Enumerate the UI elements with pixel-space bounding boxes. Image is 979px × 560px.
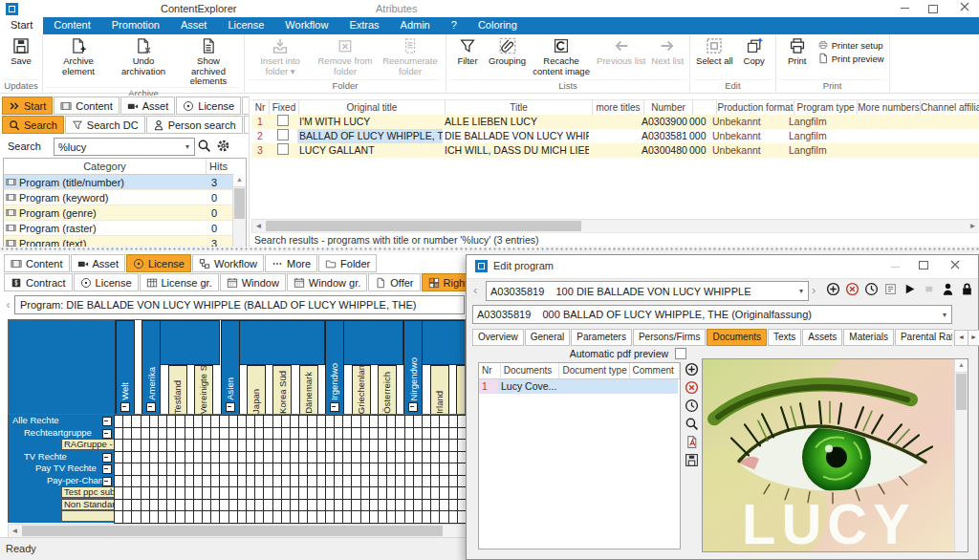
scrollbar-thumb[interactable]	[956, 374, 967, 410]
checkbox[interactable]	[277, 115, 289, 126]
ribbon-button-remove-from-folder[interactable]: Remove from folder	[313, 34, 378, 76]
matrix-column-vereinigte-s[interactable]: Vereinigte S	[194, 365, 213, 415]
matrix-row-tv-rechte[interactable]: TV Rechte	[9, 451, 115, 463]
preview-scrollbar[interactable]: ▲	[954, 359, 968, 551]
tab-scroll-right-icon[interactable]: ►	[968, 330, 979, 346]
column-header-fixed[interactable]: Fixed	[270, 100, 299, 116]
ribbon-button-reenumerate-folder[interactable]: Reenumerate folder	[378, 34, 443, 76]
search-mode-tab-search[interactable]: Search	[2, 116, 64, 134]
result-row[interactable]: 1I'M WITH LUCYALLE LIEBEN LUCYA030390020…	[251, 115, 979, 129]
clock-button[interactable]	[864, 282, 879, 296]
column-header-original-title[interactable]: Original title	[299, 100, 446, 116]
ribbon-button-print-preview[interactable]: Print preview	[816, 52, 886, 65]
tab-scroll-left-icon[interactable]: ◄	[954, 330, 968, 346]
x-circle-button[interactable]	[685, 380, 699, 395]
scroll-right-icon[interactable]: ►	[967, 220, 979, 232]
collapse-icon[interactable]	[408, 402, 418, 412]
collapse-icon[interactable]	[102, 464, 112, 474]
checkbox[interactable]	[277, 129, 289, 140]
search-panel-tab-license[interactable]: License	[176, 97, 241, 115]
license-view-tab-contract[interactable]: Contract	[4, 273, 73, 291]
plus-circle-button[interactable]	[685, 362, 699, 377]
scroll-left-icon[interactable]: ◄	[9, 525, 21, 537]
ribbon-button-copy[interactable]: Copy	[736, 34, 772, 67]
previous-program-icon[interactable]: ‹	[473, 283, 477, 297]
column-header-comment[interactable]: Comment	[630, 363, 681, 378]
collapse-icon[interactable]	[146, 402, 156, 412]
matrix-column-irgendwo[interactable]: Irgendwo	[325, 320, 344, 415]
result-row[interactable]: 3LUCY GALLANTICH WILL, DASS DU MICH LIEB…	[251, 143, 979, 158]
license-panel-tab-content[interactable]: Content	[4, 254, 70, 272]
maximize-button[interactable]	[923, 2, 944, 15]
collapse-icon[interactable]	[120, 402, 130, 412]
column-header-title[interactable]: Title	[446, 100, 593, 116]
column-header-hits[interactable]: Hits	[207, 159, 246, 174]
license-view-tab-license-gr[interactable]: License gr.	[140, 273, 219, 291]
category-row[interactable]: Program (genre)0	[4, 205, 246, 221]
ribbon-tab-extras[interactable]: Extras	[338, 17, 389, 34]
play-button[interactable]	[903, 282, 917, 296]
collapse-icon[interactable]	[102, 417, 112, 426]
matrix-horizontal-scrollbar[interactable]: ◄	[8, 524, 468, 538]
matrix-column-amerika[interactable]: Amerika	[141, 320, 161, 415]
matrix-column-welt[interactable]: Welt	[116, 320, 135, 415]
column-header-number[interactable]: Number	[644, 100, 693, 116]
column-header-category[interactable]: Category	[4, 159, 207, 174]
matrix-column-japan[interactable]: Japan	[247, 365, 266, 415]
matrix-row-alle-rechte[interactable]: Alle Rechte	[9, 415, 115, 427]
search-mode-tab-person-search[interactable]: Person search	[146, 116, 243, 134]
column-header-more-titles[interactable]: more titles	[593, 100, 644, 116]
license-view-tab-license[interactable]: License	[74, 273, 139, 291]
search-mode-tab-search-dc[interactable]: Search DC	[65, 116, 145, 134]
matrix-column-d-nemark[interactable]: Dänemark	[299, 365, 318, 415]
edit-tab-persons-firms[interactable]: Persons/Firms	[633, 329, 706, 346]
ribbon-tab-promotion[interactable]: Promotion	[101, 17, 170, 34]
edit-tab-parameters[interactable]: Parameters	[571, 329, 632, 346]
column-header-nr[interactable]: Nr	[479, 363, 501, 378]
close-button[interactable]	[945, 260, 966, 273]
program-combobox[interactable]: A03035819 100 DIE BALLADE VON LUCY WHIPP…	[486, 281, 809, 301]
ribbon-tab-content[interactable]: Content	[43, 17, 101, 34]
ribbon-button-show-archived-elements[interactable]: Show archived elements	[176, 34, 241, 87]
ribbon-button-previous-list[interactable]: Previous list	[594, 34, 648, 67]
save-button[interactable]	[685, 453, 699, 467]
back-chevron-icon[interactable]: ‹	[2, 298, 14, 312]
edit-tab-materials[interactable]: Materials	[843, 329, 894, 346]
combo-arrow-icon[interactable]: ▾	[794, 282, 808, 300]
search-panel-tab-content[interactable]: Content	[54, 97, 120, 115]
ribbon-tab-start[interactable]: Start	[0, 17, 43, 34]
ribbon-tab-asset[interactable]: Asset	[170, 17, 218, 34]
pdf-doc-button[interactable]	[685, 435, 699, 449]
doc-note-button[interactable]	[883, 282, 898, 296]
fixed-checkbox[interactable]	[269, 129, 297, 143]
result-horizontal-scrollbar[interactable]: ◄ ►	[251, 219, 979, 233]
collapse-icon[interactable]	[102, 453, 112, 463]
license-panel-tab-more[interactable]: More	[265, 254, 317, 272]
license-panel-tab-folder[interactable]: Folder	[318, 254, 377, 272]
category-row[interactable]: Program (raster)0	[4, 221, 246, 236]
matrix-column-korea-s-d[interactable]: Korea Süd	[272, 365, 292, 415]
plus-circle-button[interactable]	[826, 282, 840, 296]
ribbon-tab-workflow[interactable]: Workflow	[274, 17, 338, 34]
collapse-icon[interactable]	[226, 402, 235, 412]
edit-tab-parental-rating[interactable]: Parental Rating	[895, 329, 952, 346]
fixed-checkbox[interactable]	[269, 143, 297, 158]
matrix-column-griechenlan[interactable]: Griechenlan	[352, 365, 371, 415]
matrix-column-nirgendwo[interactable]: Nirgendwo	[403, 320, 423, 415]
license-view-tab-offer[interactable]: Offer	[368, 273, 420, 291]
search-settings-button[interactable]	[216, 139, 230, 153]
clock-button[interactable]	[685, 398, 699, 413]
edit-tab-overview[interactable]: Overview	[472, 329, 524, 346]
license-panel-tab-asset[interactable]: Asset	[71, 254, 126, 272]
column-header-document-type[interactable]: Document type	[559, 363, 629, 378]
rights-matrix-grid[interactable]	[114, 415, 466, 524]
column-header-program-type[interactable]: Program type	[794, 100, 858, 116]
close-button[interactable]	[954, 2, 975, 15]
scroll-up-icon[interactable]: ▲	[955, 359, 968, 373]
ribbon-button-archive-element[interactable]: Archive element	[46, 34, 111, 76]
ribbon-button-printer-setup[interactable]: Printer setup	[816, 38, 886, 52]
collapse-icon[interactable]	[102, 429, 112, 439]
matrix-row-pay-tv-rechte[interactable]: Pay TV Rechte	[9, 463, 115, 475]
combo-arrow-icon[interactable]: ▾	[181, 139, 194, 155]
ribbon-tab-admin[interactable]: Admin	[390, 17, 441, 34]
